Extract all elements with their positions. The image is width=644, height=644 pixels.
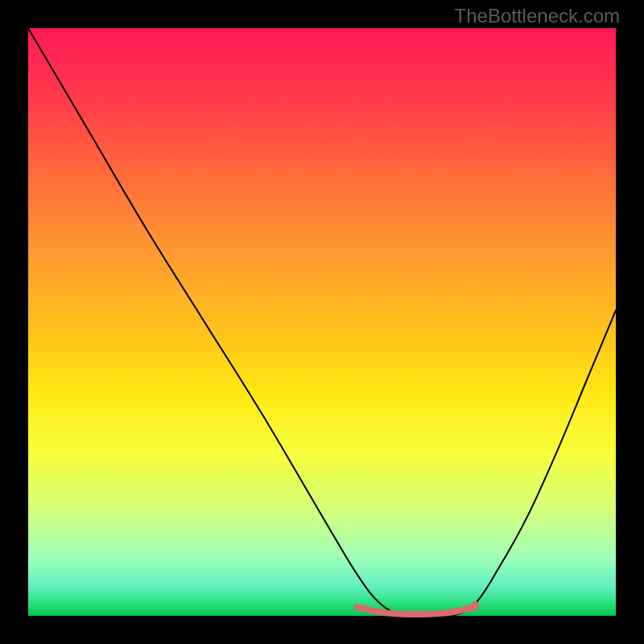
plot-area — [28, 28, 616, 616]
series-bottleneck-curve — [28, 28, 616, 617]
chart-svg — [28, 28, 616, 616]
chart-frame: TheBottleneck.com — [0, 0, 644, 644]
series-no-bottleneck-band — [357, 607, 475, 614]
watermark-text: TheBottleneck.com — [455, 5, 620, 27]
marker-point — [471, 601, 479, 609]
